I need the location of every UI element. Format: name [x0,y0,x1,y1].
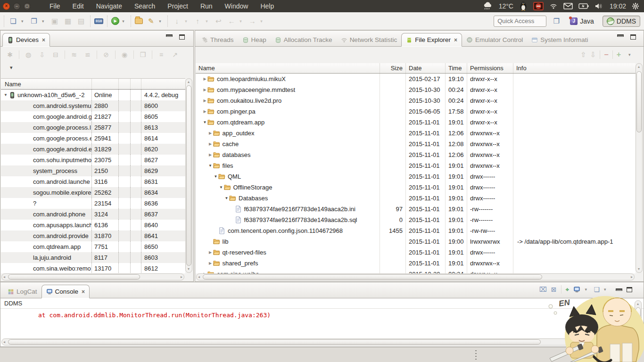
method-profiling-icon[interactable]: ≌ [83,51,92,58]
java-perspective-button[interactable]: J Java [566,16,598,26]
file-row[interactable]: ▼ OfflineStorage 2015-11-01 19:01 drwx--… [196,182,636,193]
push-file-icon[interactable]: ⇩ [590,50,596,59]
process-row[interactable]: com.google.android.e 31829 8620 [1,144,185,155]
process-row[interactable]: com.sina.weibo:remo 13170 8612 [1,263,185,273]
print-icon[interactable]: ▤ [76,17,86,25]
cause-gc-icon[interactable]: ⊟ [51,51,60,58]
save-all-icon[interactable]: ▦ [63,17,73,25]
process-row[interactable]: la.juju.android 8117 8603 [1,252,185,263]
view-hierarchy-icon[interactable]: ≡ [157,51,166,58]
process-row[interactable]: com.google.android.g 21827 8605 [1,111,185,122]
session-gear-icon[interactable] [632,2,639,10]
process-row[interactable]: com.android.systemu 2880 8600 [1,100,185,111]
window-minimize-icon[interactable]: – [13,3,20,10]
menu-file[interactable]: File [50,2,60,10]
back-dropdown-icon[interactable]: ▾ [239,19,244,24]
file-row[interactable]: ▶ com.leopardmiuku.mikuX 2015-02-17 19:1… [196,74,636,84]
update-threads-icon[interactable]: ≋ [69,51,79,58]
forward-dropdown-icon[interactable]: ▾ [260,19,265,24]
mail-icon[interactable] [563,3,573,9]
file-row[interactable]: ▶ databases 2015-11-01 12:06 drwxrwx--x [196,149,636,160]
expand-arrow-icon[interactable]: ▶ [202,109,207,114]
tab-devices[interactable]: Devices × [2,33,50,47]
expand-arrow-icon[interactable]: ▶ [208,153,213,157]
file-row[interactable]: ▶ com.pinger.pa 2015-06-05 17:58 drwxr-x… [196,106,636,117]
process-row[interactable]: com.apusapps.launch 6136 8640 [1,220,185,230]
tab-network-statistic[interactable]: Network Statistic [337,33,402,47]
file-row[interactable]: lib 2015-11-01 19:00 lrwxrwxrwx -> /data… [196,236,636,247]
menu-window[interactable]: Window [225,2,248,10]
menu-help[interactable]: Help [260,2,274,10]
update-heap-icon[interactable]: ◍ [24,51,33,58]
binary-editor-icon[interactable]: 010 [94,18,103,24]
file-row[interactable]: f63879374fae9216f7783de149aaca2b.ini 97 … [196,204,636,214]
process-row[interactable]: com.android.provide 31870 8641 [1,230,185,241]
file-row[interactable]: f63879374fae9216f7783de149aaca2b.sql 0 2… [196,214,636,225]
debug-process-icon[interactable]: ✱ [5,51,15,58]
new-project-dropdown-icon[interactable]: ▾ [42,19,47,24]
new-wizard-icon[interactable]: ❏ [8,17,18,25]
maximize-icon[interactable] [179,34,185,40]
file-row[interactable]: ▼ Databases 2015-11-01 19:01 drwx------ [196,193,636,204]
menu-navigate[interactable]: Navigate [96,2,122,10]
file-row[interactable]: ▶ com.mypaceengine.mmdtest 2015-10-30 00… [196,84,636,95]
process-row[interactable]: sogou.mobile.explore 25262 8634 [1,187,185,198]
file-row[interactable]: ▶ app_outdex 2015-11-01 12:06 drwxrwx--x [196,128,636,139]
battery-icon[interactable] [578,3,589,9]
expand-arrow-icon[interactable]: ▼ [224,196,229,200]
tab-heap[interactable]: Heap [238,33,271,47]
last-edit-location-icon[interactable]: ↩ [213,17,223,25]
menu-run[interactable]: Run [200,2,213,10]
tab-console[interactable]: Console × [41,285,90,298]
expand-arrow-icon[interactable]: ▶ [202,99,207,103]
screen-capture-icon[interactable]: ◉ [120,51,129,58]
maximize-icon[interactable] [630,34,636,40]
save-icon[interactable]: ▣ [50,17,60,25]
expand-arrow-icon[interactable]: ▶ [208,142,213,146]
file-row[interactable]: ▼ com.qtdream.app 2015-11-01 19:01 drwxr… [196,117,636,128]
expand-arrow-icon[interactable]: ▶ [202,88,207,92]
menu-project[interactable]: Project [167,2,188,10]
previous-annotation-icon[interactable]: ↑ [192,17,203,25]
expand-arrow-icon[interactable]: ▶ [208,131,213,135]
file-row[interactable]: ▼ files 2015-11-01 19:01 drwxrwx--x [196,160,636,171]
file-row[interactable]: ▶ qt-reserved-files 2015-11-01 19:01 drw… [196,247,636,258]
pen-icon[interactable]: ✎ [146,17,156,25]
tab-allocation-tracke[interactable]: Allocation Tracke [271,33,337,47]
column-header-size[interactable]: Size [380,63,406,73]
clock-label[interactable]: 19:02 [610,2,626,10]
view-menu-icon[interactable]: ▾ [10,65,13,71]
column-header-info[interactable]: Info [513,63,636,73]
wifi-tray-icon[interactable] [549,2,558,10]
statusbar-grip[interactable] [475,350,477,361]
tab-file-explorer[interactable]: File Explorer × [401,33,462,47]
close-icon[interactable]: × [42,37,45,43]
tab-threads[interactable]: Threads [197,33,238,47]
volume-icon[interactable] [594,3,604,9]
minimize-icon[interactable] [617,34,624,37]
process-row[interactable]: com.google.process.l 25877 8613 [1,122,185,133]
process-row[interactable]: com.android.launche 3116 8631 [1,176,185,187]
stop-process-icon[interactable]: ⊘ [101,51,111,58]
expand-arrow-icon[interactable]: ▶ [202,77,207,81]
weather-icon[interactable] [483,2,493,10]
menu-edit[interactable]: Edit [73,2,84,10]
open-perspective-icon[interactable]: ❐ [551,17,561,25]
run-dropdown-icon[interactable]: ▾ [122,19,127,24]
file-row[interactable]: ▶ shared_prefs 2015-11-01 19:01 drwxrwx-… [196,258,636,269]
devices-horizontal-scrollbar[interactable]: ◂ ▸ [1,273,184,280]
file-row[interactable]: ▶ com.oukaitou.live2d.pro 2015-10-30 00:… [196,95,636,106]
expand-arrow-icon[interactable]: ▼ [213,174,218,179]
window-close-icon[interactable]: × [3,3,10,10]
column-header-name[interactable]: Name [196,63,380,73]
forward-icon[interactable]: → [247,17,257,25]
network-disabled-icon[interactable] [533,2,544,10]
process-row[interactable]: ▼ unknown-a10h_d5w6_-2 Online 4.4.2, deb… [1,90,185,100]
new-folder-icon[interactable]: + [617,50,621,59]
new-project-icon[interactable]: ❐ [29,17,39,25]
minimize-icon[interactable] [166,34,173,37]
reset-adb-icon[interactable]: ↗ [170,51,180,58]
process-row[interactable]: ? 23154 8636 [1,198,185,209]
previous-annotation-dropdown-icon[interactable]: ▾ [206,19,210,24]
file-row[interactable]: ▶ cache 2015-11-01 12:08 drwxrwx--x [196,139,636,149]
